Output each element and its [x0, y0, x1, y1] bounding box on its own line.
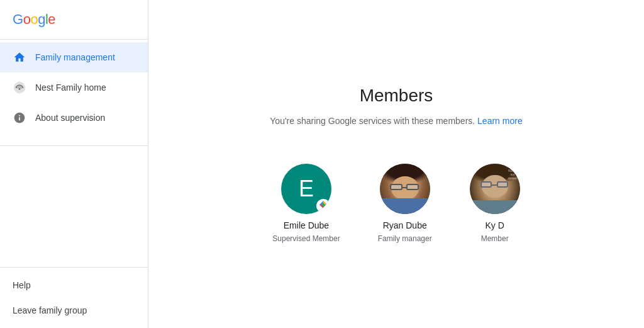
leave-family-link[interactable]: Leave family group [0, 298, 148, 323]
help-link[interactable]: Help [0, 273, 148, 298]
top-divider [0, 39, 148, 40]
member-card-ky[interactable]: Watchoutstream Ky D Member [470, 164, 520, 243]
avatar-badge-emile [316, 199, 330, 213]
avatar-emile: E [281, 164, 331, 214]
svg-point-1 [19, 88, 21, 90]
logo-g: G [13, 11, 23, 28]
avatar-ky: Watchoutstream [470, 164, 520, 214]
member-name-ky: Ky D [486, 220, 504, 230]
sidebar-item-label-nest: Nest Family home [35, 82, 106, 93]
main-content: Members You're sharing Google services w… [148, 0, 644, 328]
nest-icon [13, 81, 26, 94]
logo-o2: o [30, 11, 38, 28]
member-name-emile: Emile Dube [284, 220, 329, 230]
help-label: Help [13, 280, 31, 290]
bottom-divider [0, 145, 148, 146]
subtitle-text: You're sharing Google services with thes… [270, 116, 475, 126]
member-name-ryan: Ryan Dube [383, 220, 427, 230]
sidebar-item-label-family-management: Family management [35, 52, 115, 62]
home-icon [13, 50, 26, 64]
member-card-ryan[interactable]: Ryan Dube Family manager [378, 164, 432, 243]
avatar-ryan [380, 164, 430, 214]
avatar-initial-emile: E [299, 176, 314, 202]
sidebar-item-family-management[interactable]: Family management [0, 42, 148, 72]
logo-area: Google [0, 0, 148, 37]
google-logo: Google [13, 11, 135, 28]
member-role-ky: Member [481, 234, 509, 243]
info-icon [13, 111, 26, 125]
member-role-emile: Supervised Member [272, 234, 340, 243]
learn-more-link[interactable]: Learn more [477, 116, 523, 126]
members-title: Members [360, 86, 433, 106]
sidebar-item-nest-family-home[interactable]: Nest Family home [0, 72, 148, 103]
logo-g2: g [38, 11, 45, 28]
leave-family-label: Leave family group [13, 305, 87, 315]
member-card-emile[interactable]: E Emile Dube Supervised Member [272, 164, 340, 243]
members-subtitle: You're sharing Google services with thes… [270, 116, 522, 126]
sidebar-bottom: Help Leave family group [0, 267, 148, 328]
sidebar-nav: Family management Nest Family home Ab [0, 42, 148, 133]
sidebar-item-label-supervision: About supervision [35, 113, 105, 123]
sidebar-item-about-supervision[interactable]: About supervision [0, 103, 148, 133]
member-role-ryan: Family manager [378, 234, 432, 243]
logo-e: e [48, 11, 55, 28]
logo-o1: o [23, 11, 31, 28]
sidebar: Google Family management Ne [0, 0, 148, 328]
members-grid: E Emile Dube Supervised Member [272, 164, 519, 243]
